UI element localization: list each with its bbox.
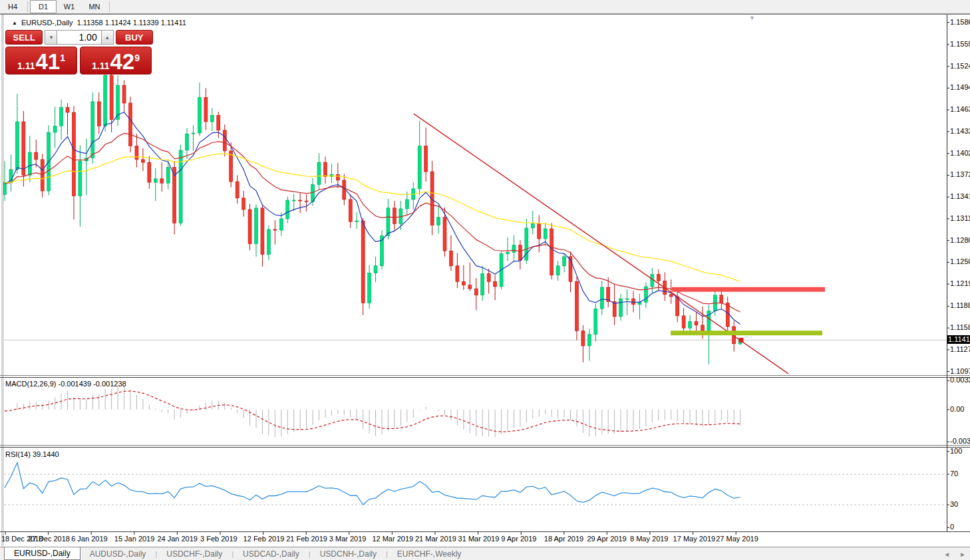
date-axis-label: 8 May 2019 [630,535,668,543]
date-axis-label: 12 Feb 2019 [243,535,285,543]
sell-price-sup: 1 [60,53,65,63]
one-click-trading-panel: SELL ▼ 1.00 ▲ BUY 1.11 41 1 1.11 42 9 [5,30,153,74]
date-axis-label: 24 Jan 2019 [157,535,198,543]
chart-canvas[interactable] [0,15,970,547]
macd-axis-tick: -0.00365 [950,437,970,445]
sell-button[interactable]: SELL [5,30,43,45]
bottom-tab-eurusd[interactable]: EURUSD-,Daily [4,547,81,560]
timeframe-button-d1[interactable]: D1 [30,0,57,13]
price-axis-tick: 1.14635 [950,105,970,113]
price-axis-tick: 1.15245 [950,62,970,70]
buy-button[interactable]: BUY [116,30,153,45]
date-axis-label: 21 Feb 2019 [286,535,327,543]
tab-scroll-arrows: ◄ ► [943,547,966,560]
price-axis-tick: 1.11275 [950,345,970,353]
price-axis-tick: 1.13415 [950,192,970,200]
rsi-indicator-label: RSI(14) 39.1440 [5,450,59,458]
date-axis-label: 12 Mar 2019 [372,535,413,543]
price-axis-tick: 1.14025 [950,149,970,157]
sell-price-big: 41 [35,52,60,72]
sell-price-small: 1.11 [17,60,35,72]
current-price-tag: 1.11411 [947,335,970,344]
bottom-tab-usdchf[interactable]: USDCHF-,Daily [157,547,232,560]
rsi-axis-tick: 70 [950,470,958,478]
timeframe-button-mn[interactable]: MN [82,0,107,13]
chart-window: ▲EURUSD-,Daily 1.11358 1.11424 1.11339 1… [0,14,970,547]
price-axis-tick: 1.13720 [950,170,970,178]
scroll-to-end-icon[interactable]: ▼ [749,15,755,21]
date-axis-label: 29 Apr 2019 [587,535,626,543]
date-axis-label: 3 Feb 2019 [200,535,238,543]
volume-increase-button[interactable]: ▲ [101,30,114,45]
bottom-tab-usdcad[interactable]: USDCAD-,Daily [234,547,309,560]
price-axis-tick: 1.14940 [950,83,970,91]
bottom-tab-bar: EURUSD-,DailyAUDUSD-,Daily|USDCHF-,Daily… [0,547,970,560]
tab-scroll-left-icon[interactable]: ◄ [943,551,950,558]
volume-input[interactable]: 1.00 [57,30,100,45]
timeframe-button-h4[interactable]: H4 [0,0,25,13]
timeframe-button-w1[interactable]: W1 [57,0,82,13]
toolbar-separator [109,1,110,12]
date-axis-label: 6 Jan 2019 [71,535,107,543]
date-axis-label: 21 Mar 2019 [415,535,456,543]
chart-title-symbol: EURUSD-,Daily [21,19,73,27]
price-axis-tick: 1.12805 [950,236,970,244]
buy-price-big: 42 [110,52,134,72]
chart-title-ohlc: 1.11358 1.11424 1.11339 1.11411 [77,19,186,27]
date-axis-label: 3 Mar 2019 [329,535,367,543]
buy-price-sup: 9 [134,53,140,63]
rsi-axis-tick: 0 [950,523,954,531]
buy-price-display[interactable]: 1.11 42 9 [80,47,152,74]
price-axis-tick: 1.15860 [950,18,970,26]
date-axis-label: 15 Jan 2019 [114,535,155,543]
rsi-axis-tick: 100 [950,447,962,455]
price-axis-tick: 1.11580 [950,323,970,331]
price-axis-tick: 1.15550 [950,40,970,48]
macd-axis-tick: 0.00 [950,405,964,413]
symbol-triangle-icon: ▲ [12,20,17,26]
chart-title: ▲EURUSD-,Daily 1.11358 1.11424 1.11339 1… [12,19,186,27]
date-axis-label: 9 Apr 2019 [501,535,536,543]
date-axis-label: 18 Apr 2019 [544,535,583,543]
price-axis-tick: 1.10970 [950,367,970,375]
date-axis-label: 17 May 2019 [673,535,716,543]
volume-decrease-button[interactable]: ▼ [45,30,57,45]
price-axis-tick: 1.11885 [950,301,970,309]
bottom-tab-audusd[interactable]: AUDUSD-,Daily [81,547,156,560]
price-axis-tick: 1.12195 [950,279,970,287]
buy-price-small: 1.11 [92,60,109,72]
price-axis-tick: 1.14330 [950,127,970,135]
sell-price-display[interactable]: 1.11 41 1 [5,47,77,74]
mt4-terminal: H4D1W1MN ▲EURUSD-,Daily 1.11358 1.11424 … [0,0,970,560]
rsi-axis-tick: 30 [950,500,958,508]
macd-axis-tick: 0.00328 [950,376,970,384]
bottom-tab-usdcnh[interactable]: USDCNH-,Daily [311,547,386,560]
date-axis-label: 27 Dec 2018 [29,535,70,543]
price-axis-tick: 1.12500 [950,257,970,265]
toolbar-separator [27,1,28,12]
price-axis-tick: 1.13110 [950,214,970,222]
bottom-tab-eurchf[interactable]: EURCHF-,Weekly [388,547,470,560]
tab-scroll-right-icon[interactable]: ► [959,551,966,558]
macd-indicator-label: MACD(12,26,9) -0.001439 -0.001238 [5,380,126,388]
date-axis-label: 27 May 2019 [716,535,758,543]
date-axis-label: 31 Mar 2019 [458,535,500,543]
timeframe-toolbar: H4D1W1MN [0,0,970,14]
